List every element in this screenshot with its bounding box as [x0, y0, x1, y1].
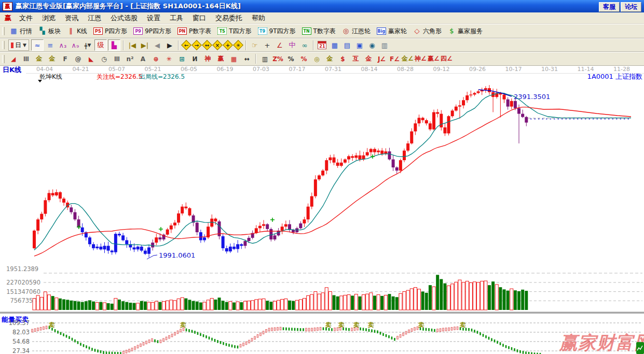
- volume-bar: [440, 279, 443, 310]
- period-selector[interactable]: 日 ▼: [8, 39, 29, 51]
- prev-icon[interactable]: ◀: [152, 40, 163, 50]
- money-brush-icon[interactable]: $: [337, 54, 349, 64]
- info-panel-icon[interactable]: ≡: [45, 40, 56, 50]
- kline-chart[interactable]: 04-0404-2105-0705-2106-0506-1907-0307-17…: [0, 66, 644, 354]
- compress-diamond-icon[interactable]: ×: [212, 40, 223, 50]
- draw-knife-icon[interactable]: ◢: [7, 54, 19, 64]
- crosshair-icon[interactable]: +: [262, 40, 273, 50]
- toolbar-grip[interactable]: [2, 27, 5, 35]
- gold-circle-icon[interactable]: ◎: [311, 54, 323, 64]
- candle: [325, 160, 328, 171]
- wave-mode-icon[interactable]: ≈: [31, 39, 44, 51]
- gold-comb-icon[interactable]: 金: [33, 54, 45, 64]
- menu-item-公式选股[interactable]: 公式选股: [106, 13, 142, 23]
- calendar-icon[interactable]: 21: [317, 40, 328, 50]
- span-arrows-icon[interactable]: ↔: [241, 54, 253, 64]
- notes-icon[interactable]: ▤: [341, 40, 353, 50]
- stats-bars-icon[interactable]: ▥: [259, 54, 271, 64]
- gold-underline-icon[interactable]: 金: [363, 54, 375, 64]
- menu-item-工具[interactable]: 工具: [165, 13, 188, 23]
- comb-lines-icon[interactable]: Ⅲ: [20, 54, 32, 64]
- menu-item-资讯[interactable]: 资讯: [60, 13, 83, 23]
- mutual-icon[interactable]: 互: [350, 54, 362, 64]
- histogram-icon[interactable]: ▙: [108, 39, 120, 51]
- menu-item-文件[interactable]: 文件: [15, 13, 37, 23]
- p-square-button[interactable]: PSP四方形: [90, 26, 130, 37]
- circle-cross-icon[interactable]: ⊕: [150, 54, 162, 64]
- j-angle-icon[interactable]: J∠: [376, 54, 388, 64]
- red-pen-icon[interactable]: ◣: [85, 54, 97, 64]
- gold-angle-icon[interactable]: 金∠: [402, 54, 414, 64]
- clock-cycle-icon[interactable]: ◷: [98, 54, 110, 64]
- candle-style-icon[interactable]: ǂ▼: [82, 40, 93, 50]
- hexagon-button[interactable]: ◇六角形: [410, 26, 445, 37]
- a-line-icon[interactable]: A: [137, 54, 149, 64]
- hand-icon[interactable]: ☞: [249, 40, 261, 50]
- f-angle-icon[interactable]: F∠: [389, 54, 401, 64]
- wave3-icon[interactable]: ∧₃: [57, 40, 68, 50]
- purple-tool-icon[interactable]: 中: [286, 40, 298, 50]
- wave9-icon[interactable]: ∧₉: [70, 40, 81, 50]
- chart-area[interactable]: 04-0404-2105-0705-2106-0506-1907-0307-17…: [0, 66, 644, 354]
- web-grid-icon[interactable]: ⊞: [176, 54, 188, 64]
- shen-grid-icon[interactable]: 神: [202, 54, 214, 64]
- n-squared-icon[interactable]: n²: [124, 54, 136, 64]
- t-square-button[interactable]: TST四方形: [214, 26, 254, 37]
- web-star-icon[interactable]: ✳: [163, 54, 175, 64]
- f-lines-icon[interactable]: F: [59, 54, 71, 64]
- zigzag-icon[interactable]: И: [189, 54, 201, 64]
- t9-square-button[interactable]: T99T四方形: [255, 26, 299, 37]
- price-table-icon[interactable]: ▦: [228, 54, 240, 64]
- t-table-button[interactable]: TNT数字表: [299, 26, 339, 37]
- forum-button[interactable]: 论坛: [621, 2, 641, 12]
- toolbar-grip[interactable]: [2, 55, 5, 63]
- kline-button[interactable]: ‖K线: [64, 26, 90, 37]
- winner-services-button[interactable]: $赢家服务: [445, 26, 486, 37]
- customer-service-button[interactable]: 客服: [599, 2, 620, 12]
- win-grid-icon[interactable]: 赢: [215, 54, 227, 64]
- shen-angle-icon[interactable]: 神∠: [415, 54, 427, 64]
- zpercent-icon[interactable]: Z%: [272, 54, 284, 64]
- oscillator-bar: [129, 349, 130, 352]
- shift-right-diamond-icon[interactable]: →: [191, 40, 202, 50]
- sectors-button[interactable]: ▚板块: [35, 26, 64, 37]
- menu-item-浏览[interactable]: 浏览: [37, 13, 60, 23]
- zoom-in-diamond-icon[interactable]: +: [223, 40, 233, 50]
- menu-item-窗口[interactable]: 窗口: [188, 13, 211, 23]
- percent-lines-icon[interactable]: %: [298, 54, 310, 64]
- winner-wheel-button[interactable]: Big赢家轮: [374, 26, 410, 37]
- win-angle-icon[interactable]: 赢∠: [428, 54, 440, 64]
- toolbar-button-label: 赢家服务: [458, 27, 483, 36]
- calculator-icon[interactable]: ▦: [329, 40, 340, 50]
- gold-lines-icon[interactable]: 金: [324, 54, 336, 64]
- volume-bar: [465, 281, 469, 310]
- first-page-icon[interactable]: |◀: [127, 40, 138, 50]
- p-table-button[interactable]: PNP数字表: [174, 26, 214, 37]
- printer-icon[interactable]: ▥: [379, 40, 390, 50]
- shift-left-diamond-icon[interactable]: ←: [181, 40, 191, 50]
- knot-tool-icon[interactable]: ∞: [299, 40, 310, 50]
- toolbar-grip[interactable]: [2, 41, 5, 49]
- save-icon[interactable]: ▣: [354, 40, 365, 50]
- globe-icon[interactable]: ◉: [366, 40, 378, 50]
- last-page-icon[interactable]: ▶|: [139, 40, 150, 50]
- p9-square-button[interactable]: P99P四方形: [130, 26, 174, 37]
- next-icon[interactable]: ▶: [164, 40, 175, 50]
- percent-icon[interactable]: %: [285, 54, 297, 64]
- zoom-all-diamond-icon[interactable]: ✳: [233, 40, 243, 50]
- oscillator-bar: [74, 339, 76, 343]
- angle-tool-icon[interactable]: ∠: [274, 40, 285, 50]
- expand-diamond-icon[interactable]: ↔: [202, 40, 212, 50]
- coil-icon[interactable]: @: [72, 54, 84, 64]
- gann-wheel-button[interactable]: ◎江恩轮: [339, 26, 374, 37]
- menu-item-设置[interactable]: 设置: [142, 13, 165, 23]
- gold-comb2-icon[interactable]: 金: [46, 54, 58, 64]
- four-angle-icon[interactable]: 四∠: [441, 54, 453, 64]
- menu-item-帮助[interactable]: 帮助: [247, 13, 270, 23]
- comb2-icon[interactable]: Ⅲ: [111, 54, 123, 64]
- oscillator-bar: [346, 328, 347, 331]
- quotes-button[interactable]: ▦行情: [7, 26, 35, 37]
- menu-item-江恩[interactable]: 江恩: [83, 13, 106, 23]
- grade-icon[interactable]: 级: [94, 39, 107, 51]
- menu-item-交易委托[interactable]: 交易委托: [211, 13, 247, 23]
